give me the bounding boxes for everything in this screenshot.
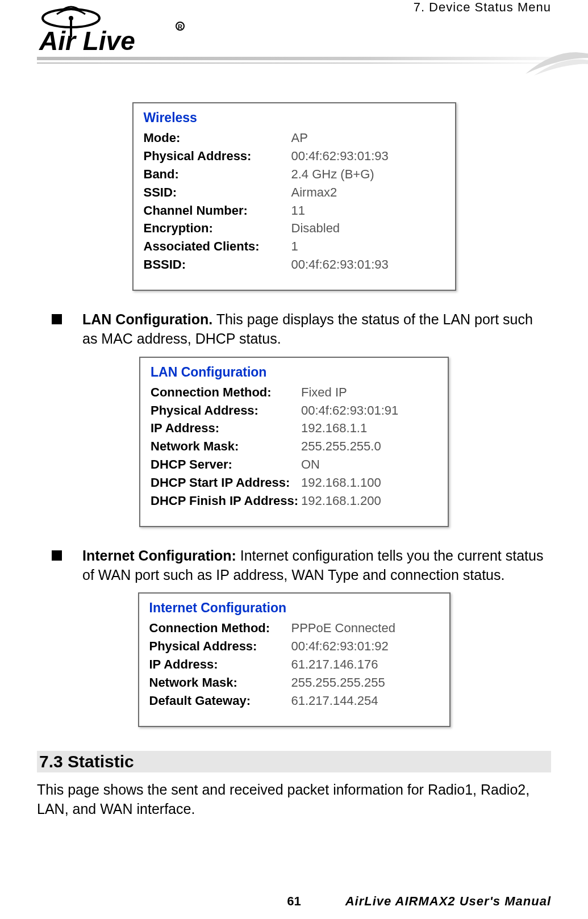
- internet-ipaddr-label: IP Address:: [149, 655, 291, 674]
- lan-physaddr-value: 00:4f:62:93:01:91: [301, 402, 398, 420]
- lan-dhcpfinish-value: 192.168.1.200: [301, 492, 381, 510]
- brand-logo: Air Live R: [37, 6, 202, 59]
- lan-dhcpstart-label: DHCP Start IP Address:: [151, 474, 301, 492]
- lan-connmethod-label: Connection Method:: [151, 383, 301, 402]
- internet-connmethod-value: PPPoE Connected: [291, 619, 395, 637]
- internet-physaddr-value: 00:4f:62:93:01:92: [291, 637, 389, 655]
- lan-dhcpstart-value: 192.168.1.100: [301, 474, 381, 492]
- lan-ipaddr-label: IP Address:: [151, 419, 301, 437]
- wireless-channel-value: 11: [291, 202, 305, 220]
- lan-netmask-label: Network Mask:: [151, 437, 301, 456]
- lan-dhcpserver-value: ON: [301, 456, 320, 474]
- header-divider: [37, 57, 588, 74]
- bullet-square-icon: [52, 550, 62, 561]
- svg-text:R: R: [178, 23, 182, 30]
- wireless-physaddr-label: Physical Address:: [144, 147, 291, 165]
- internet-panel-title: Internet Configuration: [149, 600, 439, 616]
- wireless-encryption-label: Encryption:: [144, 219, 291, 237]
- section-para-statistic: This page shows the sent and received pa…: [37, 780, 551, 819]
- page-number: 61: [287, 894, 301, 909]
- wireless-status-panel: Wireless Mode:AP Physical Address:00:4f:…: [132, 102, 456, 291]
- svg-point-2: [69, 16, 73, 20]
- wireless-ssid-label: SSID:: [144, 183, 291, 202]
- svg-text:Air Live: Air Live: [39, 26, 135, 56]
- lan-panel-title: LAN Configuration: [151, 365, 437, 380]
- lan-config-bullet: LAN Configuration. This page displays th…: [37, 310, 551, 349]
- page-footer: 61 AirLive AIRMAX2 User's Manual: [37, 894, 551, 909]
- wireless-bssid-label: BSSID:: [144, 256, 291, 274]
- internet-physaddr-label: Physical Address:: [149, 637, 291, 655]
- page-header: 7. Device Status Menu Air Live R: [37, 0, 551, 85]
- internet-ipaddr-value: 61.217.146.176: [291, 655, 378, 674]
- internet-config-bullet-title: Internet Configuration:: [82, 548, 236, 563]
- wireless-encryption-value: Disabled: [291, 219, 340, 237]
- lan-config-bullet-title: LAN Configuration.: [82, 311, 212, 327]
- wireless-ssid-value: Airmax2: [291, 183, 337, 202]
- wireless-band-label: Band:: [144, 165, 291, 183]
- internet-config-bullet: Internet Configuration: Internet configu…: [37, 546, 551, 585]
- internet-netmask-value: 255.255.255.255: [291, 674, 385, 692]
- wireless-panel-title: Wireless: [144, 110, 445, 126]
- wireless-channel-label: Channel Number:: [144, 202, 291, 220]
- internet-config-panel: Internet Configuration Connection Method…: [138, 592, 451, 726]
- bullet-square-icon: [52, 314, 62, 324]
- section-heading-statistic: 7.3 Statistic: [37, 751, 551, 772]
- internet-netmask-label: Network Mask:: [149, 674, 291, 692]
- internet-gateway-value: 61.217.144.254: [291, 692, 378, 710]
- chapter-title: 7. Device Status Menu: [414, 0, 551, 15]
- lan-netmask-value: 255.255.255.0: [301, 437, 381, 456]
- wireless-bssid-value: 00:4f:62:93:01:93: [291, 256, 389, 274]
- wireless-mode-label: Mode:: [144, 129, 291, 147]
- wireless-physaddr-value: 00:4f:62:93:01:93: [291, 147, 389, 165]
- manual-title: AirLive AIRMAX2 User's Manual: [345, 894, 551, 909]
- wireless-clients-label: Associated Clients:: [144, 237, 291, 256]
- lan-dhcpfinish-label: DHCP Finish IP Address:: [151, 492, 301, 510]
- wireless-clients-value: 1: [291, 237, 298, 256]
- internet-gateway-label: Default Gateway:: [149, 692, 291, 710]
- wireless-mode-value: AP: [291, 129, 308, 147]
- lan-physaddr-label: Physical Address:: [151, 402, 301, 420]
- lan-connmethod-value: Fixed IP: [301, 383, 347, 402]
- lan-dhcpserver-label: DHCP Server:: [151, 456, 301, 474]
- internet-connmethod-label: Connection Method:: [149, 619, 291, 637]
- wireless-band-value: 2.4 GHz (B+G): [291, 165, 374, 183]
- lan-config-panel: LAN Configuration Connection Method:Fixe…: [139, 357, 449, 527]
- lan-ipaddr-value: 192.168.1.1: [301, 419, 367, 437]
